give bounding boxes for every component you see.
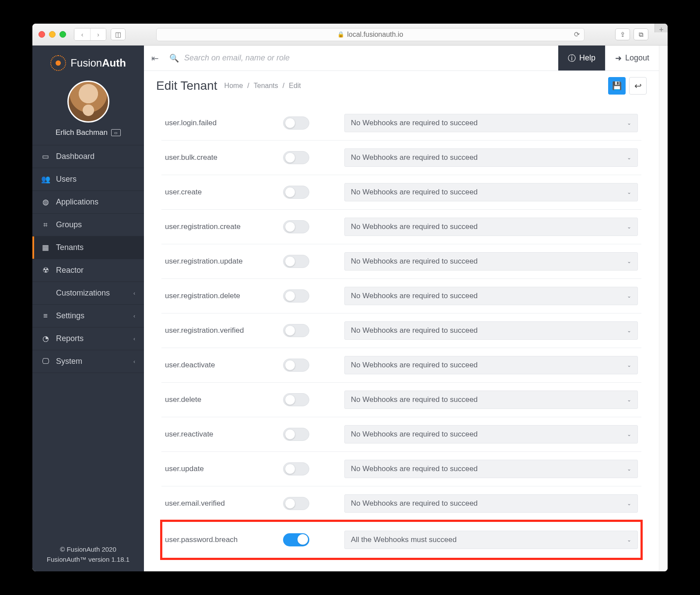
event-name: user.bulk.create [165,153,274,162]
sidebar-item-label: Applications [56,197,98,207]
sidebar-item-reports[interactable]: ◔Reports‹ [32,327,144,350]
sidebar-footer: © FusionAuth 2020 FusionAuth™ version 1.… [32,539,144,571]
forward-button[interactable]: › [90,28,106,40]
sidebar-item-dashboard[interactable]: ▭Dashboard [32,145,144,168]
reports-icon: ◔ [41,334,50,343]
reload-icon[interactable]: ⟳ [574,30,580,39]
event-name: user.reactivate [165,430,274,439]
sidebar-item-system[interactable]: 🖵System‹ [32,350,144,373]
share-button[interactable]: ⇪ [615,28,630,40]
chevron-down-icon: ⌄ [627,431,631,437]
transaction-select[interactable]: No Webhooks are required to succeed⌄ [344,218,638,236]
select-value: No Webhooks are required to succeed [351,430,478,439]
sidebar-item-label: Reactor [56,266,84,275]
help-label: Help [579,53,595,63]
select-value: No Webhooks are required to succeed [351,292,478,300]
groups-icon: ⌗ [41,221,50,229]
event-toggle[interactable] [283,462,309,475]
search-icon: 🔍 [169,53,179,63]
brand-logo-icon [50,55,66,71]
event-toggle[interactable] [283,359,309,372]
sidebar-item-label: Dashboard [56,152,94,161]
transaction-select[interactable]: No Webhooks are required to succeed⌄ [344,321,638,340]
sidebar-item-label: Groups [56,220,82,229]
undo-button[interactable]: ↩ [629,77,647,95]
minimize-window-icon[interactable] [49,31,56,38]
event-toggle[interactable] [283,289,309,303]
settings-icon: ≡ [41,312,50,320]
url-bar[interactable]: 🔒 local.fusionauth.io ⟳ [156,28,584,41]
back-button[interactable]: ‹ [74,28,90,40]
browser-window: ‹ › ◫ 🔒 local.fusionauth.io ⟳ ⇪ ⧉ + Fusi… [32,24,668,571]
breadcrumb-tenants[interactable]: Tenants [254,82,278,90]
version: FusionAuth™ version 1.18.1 [32,555,144,565]
scrollbar[interactable] [659,46,668,571]
event-row: user.bulk.createNo Webhooks are required… [161,141,641,175]
transaction-select[interactable]: No Webhooks are required to succeed⌄ [344,356,638,374]
event-toggle[interactable] [283,533,309,546]
event-toggle[interactable] [283,497,309,510]
breadcrumb-home[interactable]: Home [224,82,243,90]
event-toggle[interactable] [283,255,309,268]
transaction-select[interactable]: No Webhooks are required to succeed⌄ [344,391,638,409]
select-value: No Webhooks are required to succeed [351,465,478,473]
transaction-select[interactable]: No Webhooks are required to succeed⌄ [344,183,638,201]
logout-button[interactable]: ➜ Logout [605,46,659,70]
sidebar-item-tenants[interactable]: ▦Tenants [32,236,144,259]
event-name: user.update [165,465,274,473]
avatar[interactable] [67,81,109,123]
main: ⇤ 🔍 ⓘ Help ➜ Logout [144,46,659,571]
transaction-select[interactable]: No Webhooks are required to succeed⌄ [344,114,638,132]
tabs-button[interactable]: ⧉ [634,28,648,40]
page-card: Edit Tenant Home/ Tenants/ Edit 💾 ↩ [144,71,659,571]
sidebar-item-users[interactable]: 👥Users [32,168,144,191]
event-toggle[interactable] [283,116,309,130]
transaction-select[interactable]: No Webhooks are required to succeed⌄ [344,460,638,478]
transaction-select[interactable]: No Webhooks are required to succeed⌄ [344,252,638,271]
sidebar-item-label: Users [56,175,77,184]
nav-buttons: ‹ › [74,28,106,41]
transaction-select[interactable]: No Webhooks are required to succeed⌄ [344,494,638,513]
transaction-select[interactable]: No Webhooks are required to succeed⌄ [344,148,638,167]
search-input[interactable] [184,53,558,63]
select-value: All the Webhooks must succeed [351,535,457,544]
dashboard-icon: ▭ [41,152,50,161]
reactor-icon: ☢ [41,266,50,275]
event-toggle[interactable] [283,220,309,233]
event-row: user.registration.updateNo Webhooks are … [161,244,641,279]
chevron-down-icon: ⌄ [627,258,631,264]
maximize-window-icon[interactable] [60,31,66,38]
close-window-icon[interactable] [38,31,45,38]
sidebar-item-settings[interactable]: ≡Settings‹ [32,305,144,327]
sidebar-item-customizations[interactable]: Customizations‹ [32,282,144,305]
transaction-select[interactable]: All the Webhooks must succeed⌄ [344,531,638,549]
transaction-select[interactable]: No Webhooks are required to succeed⌄ [344,287,638,305]
collapse-sidebar-button[interactable]: ⇤ [144,53,166,63]
app: FusionAuth Erlich Bachman ▭ ▭Dashboard👥U… [32,46,668,571]
event-row: user.registration.deleteNo Webhooks are … [161,279,641,313]
event-toggle[interactable] [283,186,309,199]
sidebar-item-label: System [56,357,82,366]
new-tab-button[interactable]: + [654,24,668,32]
chevron-down-icon: ⌄ [627,362,631,368]
page-head: Edit Tenant Home/ Tenants/ Edit 💾 ↩ [144,71,659,102]
event-toggle[interactable] [283,151,309,164]
select-value: No Webhooks are required to succeed [351,153,478,162]
sidebar-item-applications[interactable]: ◍Applications [32,191,144,214]
sidebar-item-reactor[interactable]: ☢Reactor [32,259,144,282]
select-value: No Webhooks are required to succeed [351,395,478,404]
select-value: No Webhooks are required to succeed [351,326,478,335]
sidebar-item-label: Settings [56,311,84,320]
event-toggle[interactable] [283,393,309,406]
help-button[interactable]: ⓘ Help [558,46,605,70]
chevron-down-icon: ⌄ [627,397,631,403]
id-badge-icon: ▭ [111,129,121,136]
event-toggle[interactable] [283,324,309,337]
sidebar-item-groups[interactable]: ⌗Groups [32,214,144,236]
transaction-select[interactable]: No Webhooks are required to succeed⌄ [344,425,638,444]
event-row: user.registration.createNo Webhooks are … [161,210,641,244]
save-button[interactable]: 💾 [608,77,626,95]
event-toggle[interactable] [283,428,309,441]
sidebar-toggle-button[interactable]: ◫ [111,28,126,40]
chevron-down-icon: ⌄ [627,293,631,299]
